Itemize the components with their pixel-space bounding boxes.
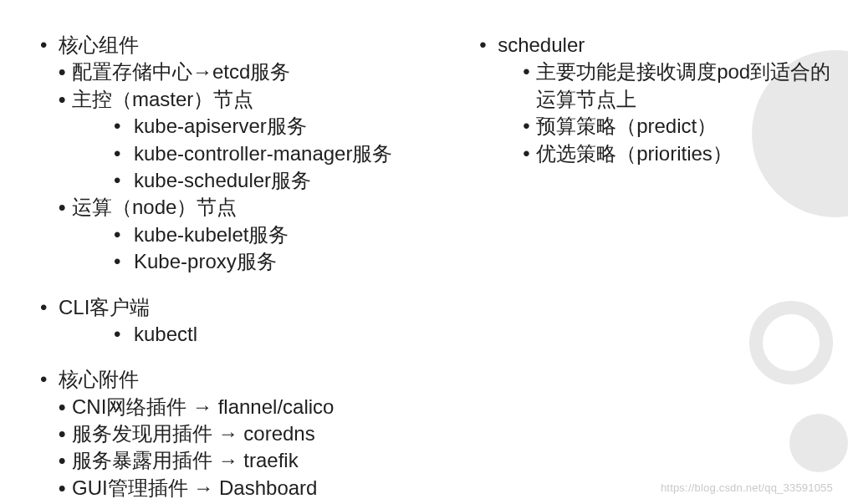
- item-kube-kubelet: kube-kubelet服务: [33, 221, 464, 248]
- section-scheduler: scheduler: [473, 32, 831, 59]
- right-column: scheduler 主要功能是接收调度pod到适合的运算节点上 预算策略（pre…: [464, 32, 831, 504]
- watermark-text: https://blog.csdn.net/qq_33591055: [661, 481, 833, 496]
- item-worker-node: 运算（node）节点: [33, 194, 464, 221]
- item-master-node: 主控（master）节点: [33, 86, 464, 113]
- left-column: 核心组件 配置存储中心→etcd服务 主控（master）节点 kube-api…: [33, 32, 464, 504]
- item-service-discovery: 服务发现用插件 → coredns: [33, 420, 464, 447]
- item-kube-scheduler: kube-scheduler服务: [33, 167, 464, 194]
- item-kubectl: kubectl: [33, 321, 464, 348]
- item-kube-controller-manager: kube-controller-manager服务: [33, 140, 464, 167]
- item-kube-apiserver: kube-apiserver服务: [33, 113, 464, 140]
- section-cli-client: CLI客户端: [33, 294, 464, 321]
- item-cni-plugin: CNI网络插件 → flannel/calico: [33, 394, 464, 420]
- item-etcd: 配置存储中心→etcd服务: [33, 59, 464, 85]
- item-service-expose: 服务暴露用插件 → traefik: [33, 447, 464, 474]
- item-kube-proxy: Kube-proxy服务: [33, 248, 464, 275]
- item-priorities-policy: 优选策略（priorities）: [473, 140, 831, 167]
- item-gui-plugin: GUI管理插件 → Dashboard: [33, 475, 464, 501]
- section-core-components: 核心组件: [33, 32, 464, 59]
- section-core-addons: 核心附件: [33, 366, 464, 393]
- item-predict-policy: 预算策略（predict）: [473, 113, 831, 140]
- item-scheduler-function: 主要功能是接收调度pod到适合的运算节点上: [473, 59, 831, 113]
- slide-content: 核心组件 配置存储中心→etcd服务 主控（master）节点 kube-api…: [0, 0, 848, 504]
